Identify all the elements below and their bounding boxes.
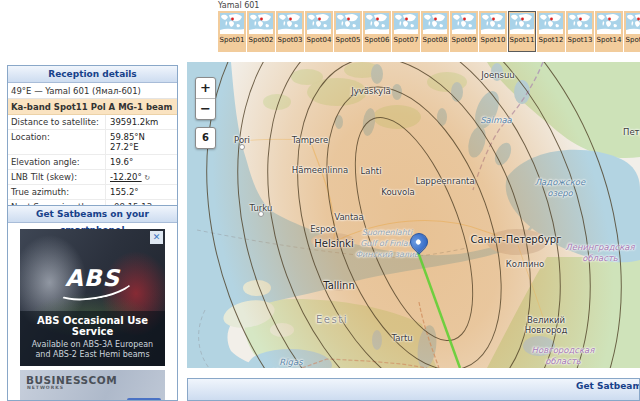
spot-label: Spot01 [220, 36, 245, 44]
row-value: 19.6° [106, 155, 177, 169]
businesscom-logo-sub: NETWORKS [27, 385, 64, 390]
world-map-thumbnail-icon [452, 13, 476, 34]
ad-caption: ABS Occasional Use Service Available on … [20, 311, 165, 366]
zoom-out-button[interactable]: − [196, 99, 215, 119]
spot-thumbnail-cell[interactable]: Spot09 [450, 11, 478, 52]
spot-label: Spot08 [423, 36, 448, 44]
spot-label: Spot03 [278, 36, 303, 44]
spot-thumbnail-cell[interactable]: Spot01 [218, 11, 246, 52]
world-map-thumbnail-icon [365, 13, 389, 34]
spot-label: Spot06 [365, 36, 390, 44]
spot-thumbnail-cell[interactable]: Spot04 [305, 11, 333, 52]
spot-strip: Spot01 Spot02 [218, 11, 640, 52]
spot-thumbnail-cell[interactable]: Spot14 [595, 11, 623, 52]
spot-thumbnail-cell[interactable]: Spot10 [479, 11, 507, 52]
map-zoom-control: + − [195, 77, 216, 120]
satellite-name: Yamal 601 [218, 1, 259, 10]
spot-label: Spot11 [510, 36, 535, 44]
close-icon[interactable]: ✕ [150, 231, 163, 244]
rotate-icon: ↻ [144, 174, 150, 182]
spot-label: Spot14 [597, 36, 622, 44]
beam-name-line: Ka-band Spot11 Pol A MG-1 beam [8, 99, 177, 115]
spot-label: Spot15 [626, 36, 640, 44]
world-map-thumbnail-icon [220, 13, 244, 34]
spot-thumbnail-cell[interactable]: Spot12 [537, 11, 565, 52]
row-label: Location: [8, 130, 106, 154]
table-row: Distance to satellite: 39591.2km [8, 115, 177, 130]
reception-panel-header: Reception details [8, 66, 177, 83]
abs-logo: ABS [20, 265, 165, 291]
world-map-thumbnail-icon [307, 13, 331, 34]
row-label: Distance to satellite: [8, 115, 106, 129]
spot-thumbnail-cell[interactable]: Spot08 [421, 11, 449, 52]
table-row: True azimuth: 155.2° [8, 185, 177, 200]
world-map-thumbnail-icon [597, 13, 621, 34]
spot-label: Spot13 [568, 36, 593, 44]
table-row: LNB Tilt (skew): -12.20° ↻ [8, 170, 177, 185]
bottom-panel-header: Get Satbeams on [188, 379, 639, 394]
spot-label: Spot12 [539, 36, 564, 44]
row-value: 155.2° [106, 185, 177, 199]
table-row: Elevation angle: 19.6° [8, 155, 177, 170]
azimuth-line-layer [187, 62, 640, 368]
spot-label: Spot02 [249, 36, 274, 44]
world-map-thumbnail-icon [539, 13, 563, 34]
table-row: Location: 59.85°N 27.2°E [8, 130, 177, 155]
spot-thumbnail-cell[interactable]: Spot03 [276, 11, 304, 52]
spot-label: Spot05 [336, 36, 361, 44]
abs-advertisement[interactable]: ABS ✕ ABS Occasional Use Service Availab… [20, 229, 165, 366]
world-map-thumbnail-icon [394, 13, 418, 34]
row-label: True azimuth: [8, 185, 106, 199]
spot-thumbnail-cell[interactable]: Spot02 [247, 11, 275, 52]
ad-subtitle: and ABS-2 East Hemi beams [22, 350, 163, 360]
zoom-level-button[interactable]: 6 [195, 127, 216, 149]
spot-label: Spot07 [394, 36, 419, 44]
spot-thumbnail-cell[interactable]: Spot05 [334, 11, 362, 52]
row-value: 39591.2km [106, 115, 177, 129]
ad-title: ABS Occasional Use Service [22, 315, 163, 337]
row-value: 59.85°N 27.2°E [106, 130, 177, 154]
world-map-thumbnail-icon [510, 13, 534, 34]
world-map-thumbnail-icon [481, 13, 505, 34]
promo-panel-header: Get Satbeams on your smartphone! [8, 206, 177, 223]
world-map-thumbnail-icon [568, 13, 592, 34]
world-map-thumbnail-icon [278, 13, 302, 34]
lnb-tilt-link[interactable]: -12.20° [110, 172, 142, 182]
bottom-panel: Get Satbeams on [187, 378, 640, 401]
spot-thumbnail-cell[interactable]: Spot15 [624, 11, 640, 52]
satellite-position-line: 49°E — Yamal 601 (Ямал-601) [8, 83, 177, 99]
spot-label: Spot10 [481, 36, 506, 44]
map-canvas[interactable]: + − 6 PoriTampereHämeenlinnaJyväskyläLah… [187, 62, 640, 368]
smartphone-promo-panel: Get Satbeams on your smartphone! ABS ✕ A… [7, 205, 178, 401]
spot-label: Spot09 [452, 36, 477, 44]
zoom-in-button[interactable]: + [196, 78, 215, 99]
row-value: -12.20° ↻ [106, 170, 177, 184]
spot-thumbnail-cell[interactable]: Spot11 [508, 11, 536, 52]
row-label: Elevation angle: [8, 155, 106, 169]
world-map-thumbnail-icon [626, 13, 640, 34]
businesscom-advertisement[interactable]: BUSINESSCOM NETWORKS Custom SATCOM [20, 370, 165, 401]
world-map-thumbnail-icon [423, 13, 447, 34]
spot-thumbnail-cell[interactable]: Spot13 [566, 11, 594, 52]
row-label: LNB Tilt (skew): [8, 170, 106, 184]
spot-thumbnail-cell[interactable]: Spot07 [392, 11, 420, 52]
spot-label: Spot04 [307, 36, 332, 44]
world-map-thumbnail-icon [336, 13, 360, 34]
spot-thumbnail-cell[interactable]: Spot06 [363, 11, 391, 52]
ad-subtitle: Available on ABS-3A European [22, 340, 163, 350]
world-map-thumbnail-icon [249, 13, 273, 34]
